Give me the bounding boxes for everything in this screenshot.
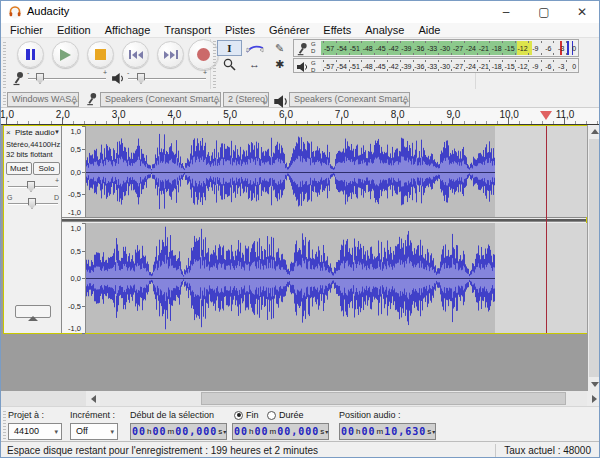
maximize-button[interactable]: ▢: [525, 1, 563, 23]
scroll-up-button[interactable]: [588, 125, 600, 138]
playback-meter-icon-area[interactable]: GD: [296, 60, 320, 73]
time-unit[interactable]: m: [167, 427, 176, 436]
track-gain-slider[interactable]: - +: [8, 179, 58, 193]
playback-meter[interactable]: GD -57-54-51-48-45-42-39-36-33-30-27-24-…: [293, 58, 579, 73]
draw-tool-button[interactable]: ✎: [267, 40, 292, 56]
track-format-info: Stéréo,44100Hz: [6, 140, 61, 149]
menu-item-affichage[interactable]: Affichage: [98, 23, 158, 38]
track-name[interactable]: Piste audio: [15, 128, 55, 137]
recording-channels-dropdown[interactable]: 2 (Stereo) Recorc▾: [223, 92, 269, 107]
zoom-tool-button[interactable]: [217, 56, 242, 72]
play-button[interactable]: [52, 41, 79, 68]
envelope-tool-button[interactable]: [242, 40, 267, 56]
time-digits[interactable]: 00,000: [175, 426, 217, 437]
skip-to-end-button[interactable]: [157, 41, 184, 68]
chevron-down-icon[interactable]: ▾: [432, 428, 435, 435]
time-digits[interactable]: 00: [132, 426, 146, 437]
play-icon: [60, 49, 71, 61]
playback-volume-slider[interactable]: - +: [128, 71, 206, 87]
pencil-icon: ✎: [275, 42, 284, 55]
timeline-ruler[interactable]: 1,02,03,04,05,06,07,08,09,010,011,0: [1, 108, 600, 125]
close-button[interactable]: ✕: [563, 1, 600, 23]
menu-item-analyse[interactable]: Analyse: [358, 23, 411, 38]
menu-item-fichier[interactable]: Fichier: [3, 23, 50, 38]
recording-meter[interactable]: GD -57-54-51-48-45-42-39-36-33-30-27-24-…: [293, 39, 579, 57]
selection-start-field[interactable]: 00h00m00,000s▾: [130, 423, 227, 440]
time-digits[interactable]: 00: [153, 426, 167, 437]
menu-item-générer[interactable]: Générer: [262, 23, 316, 38]
record-icon: [197, 48, 210, 61]
selection-end-radio[interactable]: Fin: [234, 410, 259, 420]
chevron-down-icon[interactable]: ▾: [223, 428, 226, 435]
scrollbar-spacer: [1, 391, 86, 406]
title-bar[interactable]: Audacity – ▢ ✕: [1, 1, 600, 23]
stop-button[interactable]: [87, 41, 114, 68]
time-unit[interactable]: m: [376, 427, 385, 436]
snap-dropdown[interactable]: Off▾: [70, 423, 118, 440]
chevron-down-icon[interactable]: ▾: [325, 428, 328, 435]
ruler-label: 1,0: [71, 224, 81, 233]
tools-toolbar-grip[interactable]: [213, 40, 216, 72]
mute-button[interactable]: Muet: [6, 162, 32, 175]
recording-meter-icon-area[interactable]: GD: [296, 41, 320, 57]
skip-to-start-button[interactable]: [122, 41, 149, 68]
pause-button[interactable]: [17, 41, 44, 68]
menu-item-transport[interactable]: Transport: [157, 23, 218, 38]
time-digits[interactable]: 00: [234, 426, 248, 437]
vertical-ruler[interactable]: 1,00,50,0-0,5-1,0 1,00,50,0-0,5-1,0: [62, 126, 86, 333]
horizontal-scroll-thumb[interactable]: [201, 392, 566, 405]
time-digits[interactable]: 00: [341, 426, 355, 437]
audio-position-field[interactable]: 00h00m10,630s▾: [339, 423, 436, 440]
track-control-panel[interactable]: × Piste audio ▼ Stéréo,44100Hz 32 bits f…: [4, 126, 62, 333]
track-pan-thumb[interactable]: [28, 198, 36, 209]
meter-scale-label: -33: [427, 45, 437, 52]
time-digits[interactable]: 10,630: [384, 426, 426, 437]
ruler-label: 0,5: [71, 144, 81, 153]
vertical-scroll-thumb[interactable]: [589, 139, 600, 377]
selection-tool-button[interactable]: I: [217, 40, 242, 56]
selection-toolbar-grip[interactable]: [3, 410, 6, 439]
audio-track[interactable]: × Piste audio ▼ Stéréo,44100Hz 32 bits f…: [3, 125, 587, 334]
meter-ticks: [323, 41, 575, 43]
scroll-down-button[interactable]: [588, 378, 600, 391]
recording-device-dropdown[interactable]: Speakers (Conexant SmartAu▾: [100, 92, 221, 107]
mixer-toolbar-grip[interactable]: [3, 66, 6, 88]
menu-item-edition[interactable]: Edition: [50, 23, 98, 38]
recording-volume-slider[interactable]: - +: [28, 71, 106, 87]
audio-host-dropdown[interactable]: Windows WASAP▾: [7, 92, 79, 107]
collapse-track-button[interactable]: [15, 305, 51, 318]
multi-tool-button[interactable]: ✱: [267, 56, 292, 72]
ruler-tick: [82, 126, 85, 127]
device-toolbar-grip[interactable]: [3, 92, 6, 105]
menu-item-aide[interactable]: Aide: [411, 23, 447, 38]
radio-unselected-icon: [267, 411, 276, 420]
track-gain-thumb[interactable]: [27, 181, 35, 192]
time-shift-tool-button[interactable]: ↔: [242, 56, 267, 72]
waveform-left-channel[interactable]: [86, 126, 587, 217]
vertical-scrollbar[interactable]: [588, 125, 600, 391]
scroll-left-button[interactable]: [86, 391, 100, 406]
project-rate-dropdown[interactable]: 44100▾: [8, 423, 62, 440]
scroll-right-button[interactable]: [587, 391, 600, 406]
edit-toolbar-grip[interactable]: [213, 74, 216, 88]
selection-duration-radio[interactable]: Durée: [267, 410, 304, 420]
playback-device-dropdown[interactable]: Speakers (Conexant SmartAu▾: [289, 92, 410, 107]
track-pan-slider[interactable]: G D: [8, 196, 58, 210]
menu-item-effets[interactable]: Effets: [316, 23, 358, 38]
playback-volume-thumb[interactable]: [137, 73, 145, 84]
time-digits[interactable]: 00,000: [277, 426, 319, 437]
track-menu-arrow-icon[interactable]: ▼: [54, 129, 60, 135]
track-area[interactable]: × Piste audio ▼ Stéréo,44100Hz 32 bits f…: [1, 125, 588, 391]
minimize-button[interactable]: –: [487, 1, 525, 23]
time-unit[interactable]: m: [269, 427, 278, 436]
solo-button[interactable]: Solo: [33, 162, 60, 175]
time-digits[interactable]: 00: [255, 426, 269, 437]
time-digits[interactable]: 00: [362, 426, 376, 437]
speaker-icon: [273, 94, 288, 109]
horizontal-scrollbar[interactable]: [1, 391, 600, 406]
recording-volume-thumb[interactable]: [36, 73, 44, 84]
selection-end-field[interactable]: 00h00m00,000s▾: [232, 423, 329, 440]
menu-item-pistes[interactable]: Pistes: [218, 23, 262, 38]
waveform-right-channel[interactable]: [86, 223, 587, 333]
track-close-button[interactable]: ×: [6, 128, 11, 137]
